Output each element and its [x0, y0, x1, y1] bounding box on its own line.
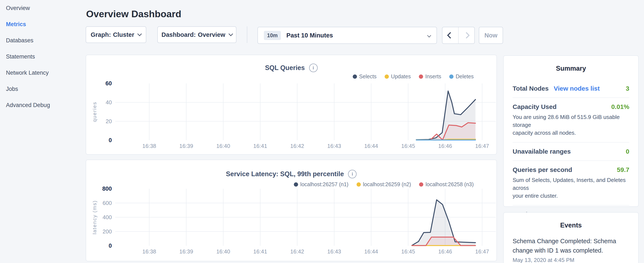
- summary-row-total-nodes: Total Nodes View nodes list 3: [512, 80, 629, 98]
- legend-item: Inserts: [419, 73, 441, 80]
- svg-text:16:41: 16:41: [253, 248, 267, 255]
- legend-label: Selects: [359, 73, 376, 80]
- summary-description: Sum of Selects, Updates, Inserts, and De…: [512, 176, 629, 200]
- legend-item: Updates: [384, 73, 411, 80]
- summary-row-queries-per-second: Queries per second 59.7 Sum of Selects, …: [512, 161, 629, 205]
- svg-text:16:46: 16:46: [438, 143, 452, 149]
- chart-legend: SelectsUpdatesInsertsDeletes: [353, 73, 474, 80]
- events-panel: Events Schema Change Completed: Schema c…: [503, 212, 639, 263]
- svg-text:16:43: 16:43: [327, 248, 341, 255]
- svg-text:16:39: 16:39: [179, 143, 193, 149]
- svg-text:16:38: 16:38: [142, 143, 156, 149]
- event-item[interactable]: Schema Change Completed: Schema change w…: [512, 236, 629, 263]
- summary-value: 0.01%: [611, 103, 629, 110]
- summary-value: 59.7: [617, 166, 629, 173]
- summary-label: Total Nodes: [512, 85, 548, 92]
- legend-label: localhost:26258 (n3): [426, 181, 474, 187]
- svg-text:60: 60: [106, 80, 112, 87]
- chevron-left-icon: [447, 32, 454, 39]
- info-icon[interactable]: i: [348, 170, 356, 178]
- svg-text:0: 0: [109, 242, 112, 249]
- legend-item: localhost:26259 (n2): [356, 181, 411, 187]
- svg-text:16:46: 16:46: [438, 248, 452, 255]
- svg-text:16:41: 16:41: [253, 143, 267, 149]
- svg-text:16:40: 16:40: [216, 248, 230, 255]
- info-icon[interactable]: i: [309, 64, 318, 72]
- summary-row-capacity-used: Capacity Used 0.01% You are using 28.6 M…: [512, 98, 629, 143]
- sidebar: Overview Metrics Databases Statements Ne…: [0, 0, 86, 113]
- summary-row-unavailable-ranges: Unavailable ranges 0: [512, 143, 629, 161]
- chevron-down-icon: [228, 32, 233, 36]
- page-title: Overview Dashboard: [86, 9, 181, 20]
- legend-dot-icon: [384, 75, 389, 79]
- next-time-button[interactable]: [458, 27, 474, 43]
- svg-text:16:42: 16:42: [290, 143, 304, 149]
- sidebar-item-databases[interactable]: Databases: [6, 32, 86, 49]
- summary-label: Unavailable ranges: [512, 148, 571, 155]
- view-nodes-list-link[interactable]: View nodes list: [554, 85, 600, 92]
- svg-text:16:47: 16:47: [475, 143, 489, 149]
- sql-queries-chart-card: 020406016:3816:3916:4016:4116:4216:4316:…: [86, 55, 497, 155]
- legend-dot-icon: [449, 75, 454, 79]
- legend-label: localhost:26257 (n1): [300, 181, 348, 187]
- legend-dot-icon: [353, 75, 357, 79]
- summary-panel: Summary Total Nodes View nodes list 3 Ca…: [503, 55, 639, 207]
- summary-description: You are using 28.6 MiB of 515.9 GiB usab…: [512, 113, 629, 137]
- chart-title: Service Latency: SQL, 99th percentile: [226, 170, 344, 178]
- svg-text:queries: queries: [92, 102, 98, 122]
- dashboard-dropdown[interactable]: Dashboard:Overview: [157, 26, 236, 43]
- events-list: Schema Change Completed: Schema change w…: [512, 236, 629, 263]
- chart-legend: localhost:26257 (n1)localhost:26259 (n2)…: [294, 181, 474, 187]
- svg-text:16:47: 16:47: [475, 248, 489, 255]
- svg-text:16:45: 16:45: [401, 248, 415, 255]
- event-timestamp: May 13, 2020 at 4:45 PM: [512, 257, 629, 263]
- svg-text:800: 800: [102, 185, 112, 192]
- legend-dot-icon: [294, 182, 298, 187]
- sidebar-nav: Overview Metrics Databases Statements Ne…: [0, 0, 86, 113]
- toolbar-divider: [247, 26, 247, 43]
- time-range-badge: 10m: [264, 31, 281, 40]
- summary-label: Capacity Used: [512, 103, 556, 110]
- legend-label: Updates: [391, 73, 411, 80]
- chart-header: SQL Queries i: [86, 64, 496, 72]
- summary-rows: Total Nodes View nodes list 3 Capacity U…: [512, 80, 629, 223]
- sidebar-item-metrics[interactable]: Metrics: [6, 16, 86, 32]
- summary-label: Queries per second: [512, 166, 572, 173]
- svg-text:latency (ms): latency (ms): [92, 200, 98, 234]
- summary-title: Summary: [504, 65, 638, 72]
- svg-text:16:38: 16:38: [142, 248, 156, 255]
- svg-text:200: 200: [103, 228, 112, 235]
- svg-text:16:44: 16:44: [364, 248, 378, 255]
- dashboard-dropdown-text: Dashboard:Overview: [161, 31, 225, 38]
- summary-value: 0: [626, 148, 629, 155]
- summary-value: 3: [626, 85, 629, 92]
- time-range-dropdown[interactable]: 10m Past 10 Minutes: [258, 27, 437, 44]
- now-button[interactable]: Now: [479, 27, 503, 44]
- svg-text:20: 20: [106, 118, 112, 124]
- chart-header: Service Latency: SQL, 99th percentile i: [86, 170, 496, 178]
- sidebar-item-overview[interactable]: Overview: [6, 0, 86, 16]
- prev-time-button[interactable]: [442, 27, 458, 43]
- svg-text:16:45: 16:45: [401, 143, 415, 149]
- svg-text:400: 400: [103, 214, 112, 220]
- svg-text:16:43: 16:43: [327, 143, 341, 149]
- legend-label: Deletes: [456, 73, 474, 80]
- sidebar-item-network-latency[interactable]: Network Latency: [6, 65, 86, 81]
- chevron-down-icon: [427, 34, 431, 37]
- chevron-right-icon: [463, 32, 470, 39]
- legend-dot-icon: [356, 182, 361, 187]
- svg-text:0: 0: [109, 137, 112, 143]
- sidebar-item-advanced-debug[interactable]: Advanced Debug: [6, 97, 86, 113]
- svg-text:600: 600: [103, 200, 112, 206]
- service-latency-chart-card: 020040060080016:3816:3916:4016:4116:4216…: [86, 160, 497, 261]
- events-title: Events: [504, 221, 638, 229]
- legend-dot-icon: [419, 182, 423, 187]
- event-message: Schema Change Completed: Schema change w…: [512, 236, 629, 255]
- graph-dropdown[interactable]: Graph:Cluster: [86, 26, 146, 43]
- legend-item: localhost:26258 (n3): [419, 181, 474, 187]
- legend-item: Deletes: [449, 73, 474, 80]
- sidebar-item-statements[interactable]: Statements: [6, 49, 86, 65]
- svg-text:16:40: 16:40: [216, 143, 230, 149]
- sidebar-item-jobs[interactable]: Jobs: [6, 81, 86, 97]
- time-range-label: Past 10 Minutes: [286, 32, 333, 39]
